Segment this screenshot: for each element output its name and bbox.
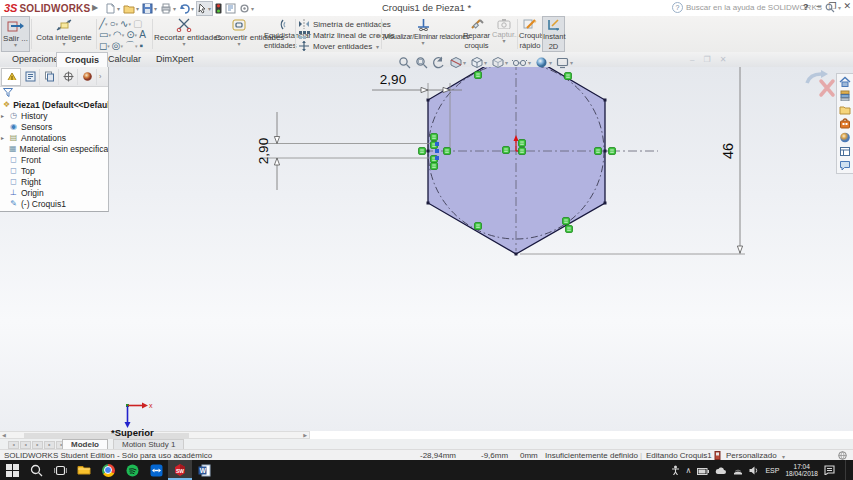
trim-entities-button[interactable]: Recortar entidades ▾ xyxy=(154,16,214,52)
sketch-vertex-point[interactable] xyxy=(604,99,607,102)
custom-setting-label[interactable]: Personalizado xyxy=(726,451,777,460)
volume-icon[interactable] xyxy=(749,461,759,479)
spotify-icon[interactable] xyxy=(120,460,144,480)
tab-calcular[interactable]: Calcular xyxy=(100,52,149,66)
language-indicator[interactable]: ESP xyxy=(765,467,779,474)
display-delete-relations-button[interactable]: Visualizar/Eliminar relaciones ▾ xyxy=(384,16,462,52)
taskbar-clock[interactable]: 17:04 18/04/2018 xyxy=(785,463,818,477)
tree-item-annotations[interactable]: ▸ ▤ Annotations xyxy=(0,132,108,143)
scroll-left-icon[interactable]: ◀ xyxy=(2,432,6,439)
chrome-icon[interactable] xyxy=(96,460,120,480)
menu-flyout-arrow[interactable]: ▶ xyxy=(92,3,98,12)
expander-icon[interactable]: ▸ xyxy=(1,112,6,119)
sketch-relation-icon[interactable] xyxy=(565,73,572,80)
sketch-relation-icon[interactable] xyxy=(503,147,510,154)
tab-scroll-buttons[interactable]: ◂◂▸▸▸ xyxy=(8,441,67,449)
sketch-vertex-point[interactable] xyxy=(427,202,430,205)
sketch-relation-icon[interactable] xyxy=(475,72,482,79)
doc-restore-icon[interactable]: ❐ xyxy=(703,55,710,64)
instant-2d-button[interactable]: Instant 2D xyxy=(542,16,565,52)
smart-dimension-button[interactable]: Cota inteligente ▾ xyxy=(33,16,95,52)
expander-icon[interactable]: ▸ xyxy=(1,134,6,141)
doc-minimize-icon[interactable]: ‒ xyxy=(690,55,694,64)
show-desktop-button[interactable] xyxy=(845,460,849,480)
sketch-relation-icon[interactable] xyxy=(519,140,526,147)
cancel-sketch-icon[interactable] xyxy=(821,81,833,95)
previous-view-icon[interactable] xyxy=(432,56,445,69)
sketch-relation-icon[interactable] xyxy=(431,134,438,141)
design-library-icon[interactable] xyxy=(839,90,851,101)
minimize-button[interactable]: ‒ xyxy=(816,1,821,11)
tree-item-right-plane[interactable]: ◻ Right xyxy=(0,176,108,187)
action-center-icon[interactable] xyxy=(824,461,835,479)
tab-motion-study[interactable]: Motion Study 1 xyxy=(113,439,184,449)
perimeter-circle-tool[interactable]: ◎▾ xyxy=(112,40,123,51)
sketch-relation-icon[interactable] xyxy=(475,223,482,230)
view-orientation-icon[interactable]: ▾ xyxy=(470,56,487,69)
tree-item-sketch1[interactable]: ✎ (-) Croquis1 xyxy=(0,198,108,209)
convert-entities-button[interactable]: Convertir entidades ▾ xyxy=(215,16,263,52)
task-view-icon[interactable] xyxy=(48,460,72,480)
undo-button[interactable]: ▾ xyxy=(178,2,195,15)
hide-show-items-icon[interactable]: ▾ xyxy=(512,56,531,69)
appearances-icon[interactable] xyxy=(839,132,851,143)
line-tool[interactable]: ╱▾ xyxy=(99,18,108,29)
tree-filter[interactable] xyxy=(0,87,108,99)
horizontal-scrollbar[interactable]: ◀ ▶ xyxy=(0,431,310,439)
move-dropdown-icon[interactable]: ▾ xyxy=(376,43,379,50)
rectangle-tool[interactable]: ▭▾ xyxy=(99,29,111,40)
sketch-relation-icon[interactable] xyxy=(431,163,438,170)
sketch-vertex-point[interactable] xyxy=(427,150,430,153)
repair-sketch-button[interactable]: Reparar croquis xyxy=(463,16,490,52)
text-tool[interactable]: A xyxy=(139,29,146,40)
sketch-relation-icon[interactable] xyxy=(595,148,602,155)
sketch-vertex-point[interactable] xyxy=(515,253,518,256)
sketch-relation-icon[interactable] xyxy=(566,226,573,233)
display-style-icon[interactable]: ▾ xyxy=(491,56,508,69)
selected-point-handle[interactable] xyxy=(435,156,439,160)
sketch-vertex-point[interactable] xyxy=(604,150,607,153)
close-button[interactable]: ✕ xyxy=(843,1,851,11)
teamviewer-icon[interactable] xyxy=(144,460,168,480)
arc-tool[interactable]: ◠▾ xyxy=(113,29,124,40)
offset-entities-button[interactable]: Equidistanciar entidades xyxy=(264,16,294,52)
tree-item-top-plane[interactable]: ◻ Top xyxy=(0,165,108,176)
view-settings-icon[interactable]: ▾ xyxy=(556,56,573,69)
sketch-relation-icon[interactable] xyxy=(563,218,570,225)
graphics-viewport[interactable]: 2,902,9046 ▾ ▾ ▾ ▾ ▾ ▾ ‒ ❐ ✕ xyxy=(0,67,853,431)
scrollbar-thumb[interactable] xyxy=(24,433,189,438)
tree-item-sensors[interactable]: ◉ Sensors xyxy=(0,121,108,132)
sketch-relation-icon[interactable] xyxy=(519,148,526,155)
dimension-290-horizontal-text[interactable]: 2,90 xyxy=(380,72,406,87)
zoom-area-icon[interactable] xyxy=(415,56,428,69)
doc-close-icon[interactable]: ✕ xyxy=(720,55,727,64)
restore-button[interactable]: ❐ xyxy=(828,1,836,11)
featuremanager-tab-icon[interactable] xyxy=(1,68,21,86)
trim-dropdown-icon[interactable]: ▾ xyxy=(154,42,214,47)
tree-item-origin[interactable]: ⊥ Origin xyxy=(0,187,108,198)
dimxpertmanager-tab-icon[interactable] xyxy=(59,69,78,85)
toolbox-icon[interactable] xyxy=(839,118,851,129)
configurationmanager-tab-icon[interactable] xyxy=(40,69,59,85)
selected-point-handle[interactable] xyxy=(435,142,439,146)
sketch-vertex-point[interactable] xyxy=(427,99,430,102)
displaymanager-tab-icon[interactable] xyxy=(78,69,97,85)
circle-tool[interactable]: ○▾ xyxy=(110,18,119,29)
selected-point-handle[interactable] xyxy=(435,149,439,153)
file-explorer-icon[interactable] xyxy=(839,104,851,115)
custom-dropdown-icon[interactable]: ▾ xyxy=(782,453,785,460)
point-tool[interactable]: ▪ xyxy=(140,40,144,51)
accessibility-tray-icon[interactable] xyxy=(671,461,680,479)
taskbar-search-icon[interactable] xyxy=(24,460,48,480)
tree-item-material[interactable]: ▦ Material <sin especificar> xyxy=(0,143,108,154)
tray-expand-icon[interactable]: ∧ xyxy=(686,466,692,475)
propertymanager-tab-icon[interactable] xyxy=(21,69,40,85)
rapid-sketch-button[interactable]: Croquis rápido xyxy=(519,16,541,52)
sketch-canvas[interactable]: 2,902,9046 xyxy=(0,67,853,431)
options-button[interactable]: ▾ xyxy=(238,2,255,15)
tab-modelo[interactable]: Modelo xyxy=(62,439,108,449)
confirm-sketch-icon[interactable] xyxy=(807,70,828,83)
dimension-290-vertical-text[interactable]: 2,90 xyxy=(256,138,271,164)
spline-tool[interactable]: ∿▾ xyxy=(120,18,131,29)
scroll-right-icon[interactable]: ▶ xyxy=(303,432,307,439)
